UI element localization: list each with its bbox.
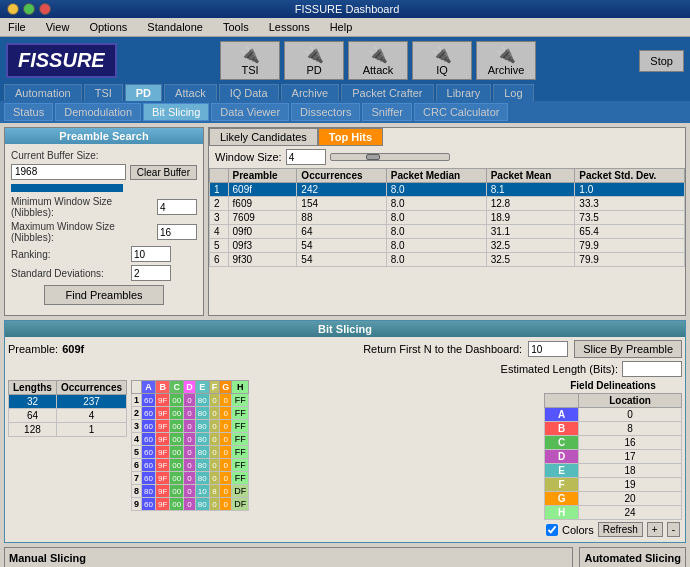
menu-lessons[interactable]: Lessons [265, 20, 314, 34]
table-row[interactable]: 2 f609 154 8.0 12.8 33.3 [210, 197, 685, 211]
bit-cell[interactable]: 0 [209, 394, 220, 407]
attack-device-btn[interactable]: 🔌 Attack [348, 41, 408, 80]
menu-help[interactable]: Help [326, 20, 357, 34]
menu-standalone[interactable]: Standalone [143, 20, 207, 34]
tab-log[interactable]: Log [493, 84, 533, 101]
tab-packet-crafter[interactable]: Packet Crafter [341, 84, 433, 101]
likely-candidates-tab[interactable]: Likely Candidates [209, 128, 318, 146]
minimize-btn[interactable] [7, 3, 19, 15]
table-row[interactable]: 6 9f30 54 8.0 32.5 79.9 [210, 253, 685, 267]
bit-cell[interactable]: 0 [209, 420, 220, 433]
bit-cell[interactable]: 9F [155, 459, 169, 472]
subtab-data-viewer[interactable]: Data Viewer [211, 103, 289, 121]
bit-cell[interactable]: 0 [184, 485, 196, 498]
bit-cell[interactable]: 0 [220, 446, 232, 459]
tab-attack[interactable]: Attack [164, 84, 217, 101]
std-dev-input[interactable] [131, 265, 171, 281]
bit-cell[interactable]: 0 [209, 433, 220, 446]
archive-device-btn[interactable]: 🔌 Archive [476, 41, 536, 80]
window-size-slider-thumb[interactable] [366, 154, 380, 160]
tab-iq-data[interactable]: IQ Data [219, 84, 279, 101]
bit-cell[interactable]: 80 [195, 446, 209, 459]
tab-archive[interactable]: Archive [281, 84, 340, 101]
tab-automation[interactable]: Automation [4, 84, 82, 101]
bit-cell[interactable]: 00 [170, 433, 184, 446]
bit-cell[interactable]: 9F [155, 407, 169, 420]
tab-pd[interactable]: PD [125, 84, 162, 101]
remove-field-button[interactable]: - [667, 522, 680, 537]
bit-cell[interactable]: 80 [195, 498, 209, 511]
bit-cell[interactable]: 60 [142, 472, 156, 485]
table-row[interactable]: 5 09f3 54 8.0 32.5 79.9 [210, 239, 685, 253]
subtab-bit-slicing[interactable]: Bit Slicing [143, 103, 209, 121]
bit-cell[interactable]: 0 [220, 498, 232, 511]
bit-cell[interactable]: 9F [155, 485, 169, 498]
table-row[interactable]: 4 09f0 64 8.0 31.1 65.4 [210, 225, 685, 239]
bit-cell[interactable]: 00 [170, 394, 184, 407]
colors-checkbox[interactable] [546, 524, 558, 536]
bit-cell[interactable]: 0 [209, 459, 220, 472]
bit-cell[interactable]: 9F [155, 433, 169, 446]
bit-cell[interactable]: 0 [209, 498, 220, 511]
top-hits-tab[interactable]: Top Hits [318, 128, 383, 146]
bit-cell[interactable]: 0 [209, 472, 220, 485]
bit-cell[interactable]: 00 [170, 472, 184, 485]
bit-cell[interactable]: 0 [209, 446, 220, 459]
bit-cell[interactable]: 60 [142, 407, 156, 420]
subtab-status[interactable]: Status [4, 103, 53, 121]
bit-cell[interactable]: 80 [195, 433, 209, 446]
bit-cell[interactable]: 0 [220, 485, 232, 498]
bit-cell[interactable]: 60 [142, 394, 156, 407]
bit-cell[interactable]: 0 [184, 433, 196, 446]
tsi-device-btn[interactable]: 🔌 TSI [220, 41, 280, 80]
lengths-row[interactable]: 128 1 [9, 423, 127, 437]
table-row[interactable]: 3 7609 88 8.0 18.9 73.5 [210, 211, 685, 225]
refresh-button[interactable]: Refresh [598, 522, 643, 537]
bit-cell[interactable]: 0 [184, 498, 196, 511]
bit-cell[interactable]: 00 [170, 420, 184, 433]
bit-cell[interactable]: 0 [184, 472, 196, 485]
bit-cell[interactable]: 80 [195, 394, 209, 407]
clear-buffer-button[interactable]: Clear Buffer [130, 165, 197, 180]
bit-cell[interactable]: 00 [170, 459, 184, 472]
bit-cell[interactable]: 0 [220, 407, 232, 420]
bit-cell[interactable]: 80 [195, 472, 209, 485]
bit-cell[interactable]: 60 [142, 420, 156, 433]
tab-library[interactable]: Library [436, 84, 492, 101]
bit-cell[interactable]: 60 [142, 498, 156, 511]
bit-cell[interactable]: 80 [195, 407, 209, 420]
bit-cell[interactable]: 80 [195, 459, 209, 472]
bit-cell[interactable]: 0 [184, 446, 196, 459]
min-window-input[interactable] [157, 199, 197, 215]
bit-cell[interactable]: 9F [155, 394, 169, 407]
bit-cell[interactable]: 80 [195, 420, 209, 433]
bit-cell[interactable]: 0 [220, 459, 232, 472]
bit-cell[interactable]: 0 [184, 407, 196, 420]
ranking-input[interactable] [131, 246, 171, 262]
subtab-demodulation[interactable]: Demodulation [55, 103, 141, 121]
pd-device-btn[interactable]: 🔌 PD [284, 41, 344, 80]
close-btn[interactable] [39, 3, 51, 15]
menu-view[interactable]: View [42, 20, 74, 34]
bit-cell[interactable]: 0 [184, 459, 196, 472]
bit-cell[interactable]: 8 [209, 485, 220, 498]
bit-cell[interactable]: 60 [142, 446, 156, 459]
add-field-button[interactable]: + [647, 522, 663, 537]
maximize-btn[interactable] [23, 3, 35, 15]
bit-cell[interactable]: 0 [184, 420, 196, 433]
menu-tools[interactable]: Tools [219, 20, 253, 34]
slice-by-preamble-button[interactable]: Slice By Preamble [574, 340, 682, 358]
subtab-dissectors[interactable]: Dissectors [291, 103, 360, 121]
window-size-input[interactable] [286, 149, 326, 165]
lengths-row[interactable]: 32 237 [9, 395, 127, 409]
bit-cell[interactable]: 00 [170, 446, 184, 459]
bit-cell[interactable]: 60 [142, 459, 156, 472]
bit-cell[interactable]: 0 [220, 472, 232, 485]
bit-cell[interactable]: 80 [142, 485, 156, 498]
stop-button[interactable]: Stop [639, 50, 684, 72]
bit-cell[interactable]: 0 [220, 420, 232, 433]
bit-cell[interactable]: 0 [184, 394, 196, 407]
bit-cell[interactable]: 0 [220, 433, 232, 446]
bit-cell[interactable]: 9F [155, 446, 169, 459]
menu-options[interactable]: Options [85, 20, 131, 34]
